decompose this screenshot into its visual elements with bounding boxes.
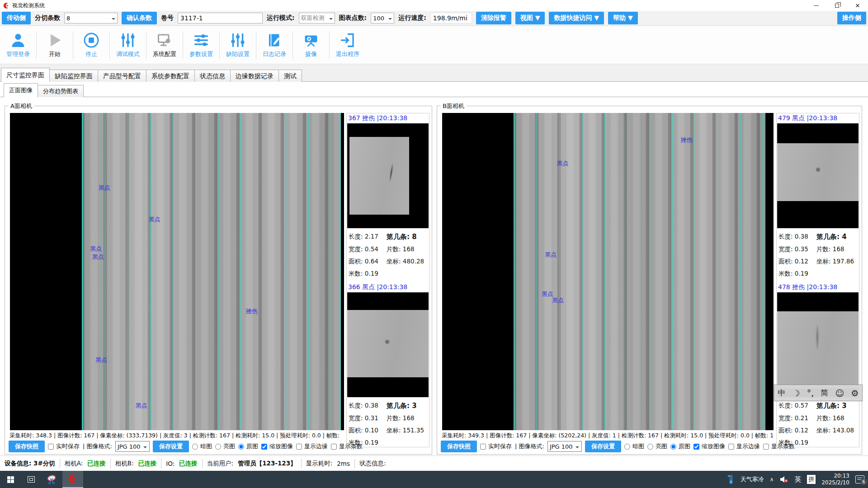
- simplified-mode[interactable]: 简: [821, 388, 828, 398]
- weather-text[interactable]: 天气寒冷: [741, 475, 764, 483]
- camera-a-image[interactable]: 黑点 黑点 黑点 黑点 挫伤 黑点 黑点: [10, 113, 344, 430]
- defect-card[interactable]: 478 挫伤 |20:13:38 长度: 0.57 第几条: 3 宽度: 0.2…: [777, 283, 859, 447]
- windows-logo-icon: [7, 476, 14, 483]
- windows-taskbar: 天气寒冷 ∧ 英 拼 20:13 2025/2/10 6: [0, 471, 868, 488]
- tab-defect-monitor[interactable]: 缺陷监控界面: [49, 70, 98, 82]
- snipping-tool-button[interactable]: [42, 471, 62, 488]
- save-snapshot-button[interactable]: 保存快照: [441, 441, 477, 452]
- start-button[interactable]: 开始: [40, 32, 69, 58]
- clock[interactable]: 20:13 2025/2/10: [821, 473, 849, 486]
- help-menu-button[interactable]: 帮助 ▼: [608, 12, 638, 24]
- original-image-radio[interactable]: 原图: [238, 442, 258, 450]
- emoji-icon[interactable]: ☺: [835, 388, 844, 398]
- app-logo-icon: [3, 2, 9, 9]
- camera-a-defect-panel: 367 挫伤 |20:13:38 长度: 2.17 第几条: 8 宽度: 0.5…: [346, 113, 429, 447]
- volume-muted-icon[interactable]: [779, 476, 788, 483]
- slit-count-select[interactable]: 8: [64, 13, 118, 23]
- confirm-count-button[interactable]: 确认条数: [122, 12, 157, 24]
- defect-card[interactable]: 479 黑点 |20:13:38 长度: 0.38 第几条: 4 宽度: 0.3…: [777, 114, 859, 278]
- sliders-horizontal-icon: [193, 32, 209, 48]
- tab-status-info[interactable]: 状态信息: [194, 70, 231, 82]
- show-edge-checkbox[interactable]: 显示边缘: [296, 442, 328, 450]
- ime-lang-mode[interactable]: 中: [778, 388, 786, 398]
- sliders-vertical-icon: [120, 32, 136, 48]
- show-strips-checkbox[interactable]: 显示条数: [763, 442, 795, 450]
- hidden-icons-chevron[interactable]: ∧: [770, 476, 774, 483]
- debug-mode-button[interactable]: 调试模式: [113, 32, 142, 58]
- subtab-distribution-chart[interactable]: 分布趋势图表: [38, 85, 84, 97]
- tab-product-model-config[interactable]: 产品型号配置: [98, 70, 146, 82]
- window-title: 视觉检测系统: [12, 2, 45, 9]
- defect-card[interactable]: 366 黑点 |20:13:38 长度: 0.38 第几条: 3 宽度: 0.3…: [347, 283, 429, 447]
- exit-icon: [340, 32, 356, 48]
- start-button[interactable]: [0, 471, 21, 488]
- run-speed-value: 198.9m/mi: [430, 13, 472, 23]
- clear-alarm-button[interactable]: 清除报警: [476, 12, 511, 24]
- exit-program-button[interactable]: 退出程序: [333, 32, 362, 58]
- log-record-button[interactable]: 日志记录: [260, 32, 289, 58]
- parameter-settings-button[interactable]: 参数设置: [187, 32, 216, 58]
- vision-app-taskbar-button[interactable]: [62, 471, 83, 488]
- camera-a-controls: 保存快照 实时保存 | 图像格式: JPG 100 保存设置 暗图 亮图 原图 …: [9, 440, 363, 453]
- chevron-down-icon: [112, 18, 115, 22]
- roll-number-label: 卷号: [161, 14, 174, 22]
- display-time-label: 显示耗时:: [306, 460, 333, 468]
- maximize-button[interactable]: [826, 0, 847, 11]
- close-button[interactable]: ✕: [847, 0, 868, 11]
- defect-label: 黑点: [149, 216, 160, 224]
- language-indicator[interactable]: 英: [794, 475, 801, 484]
- gear-icon[interactable]: ⚙: [851, 388, 859, 398]
- tab-size-monitor[interactable]: 尺寸监控界面: [1, 68, 50, 82]
- image-format-select[interactable]: JPG 100: [547, 441, 582, 452]
- chart-points-select[interactable]: 100: [371, 13, 394, 23]
- state-info-label: 状态信息:: [359, 460, 386, 468]
- action-center-icon[interactable]: 6: [855, 475, 864, 483]
- drive-side-button[interactable]: 传动侧: [2, 12, 31, 24]
- tab-test[interactable]: 测试: [278, 70, 302, 82]
- save-snapshot-button[interactable]: 保存快照: [9, 441, 45, 452]
- defect-card[interactable]: 367 挫伤 |20:13:38 长度: 2.17 第几条: 8 宽度: 0.5…: [347, 114, 429, 278]
- chevron-down-icon: [143, 446, 147, 450]
- notification-badge: 6: [860, 479, 867, 485]
- ime-mode-indicator[interactable]: 拼: [807, 475, 816, 484]
- system-config-button[interactable]: 系统配置: [150, 32, 179, 58]
- show-edge-checkbox[interactable]: 显示边缘: [728, 442, 760, 450]
- realtime-save-checkbox[interactable]: 实时保存: [480, 442, 512, 450]
- save-settings-button[interactable]: 保存设置: [585, 441, 621, 452]
- defect-card-header: 478 挫伤 |20:13:38: [777, 283, 859, 292]
- minimize-button[interactable]: [806, 0, 826, 11]
- ime-toolbar[interactable]: 中 ☽ °, 简 ☺ ⚙: [774, 385, 863, 401]
- realtime-save-checkbox[interactable]: 实时保存: [48, 442, 80, 450]
- dark-image-radio[interactable]: 暗图: [624, 442, 644, 450]
- stop-button[interactable]: 停止: [77, 32, 106, 58]
- bright-image-radio[interactable]: 亮图: [215, 442, 235, 450]
- camera-b-image[interactable]: 挫伤 黑点 黑点 黑点 黑点: [442, 113, 774, 430]
- save-settings-button[interactable]: 保存设置: [153, 441, 189, 452]
- original-image-radio[interactable]: 原图: [670, 442, 690, 450]
- journal-pencil-icon: [266, 32, 283, 48]
- tab-edge-data-record[interactable]: 边缘数据记录: [230, 70, 279, 82]
- dark-image-radio[interactable]: 暗图: [192, 442, 212, 450]
- task-view-icon: [28, 476, 35, 483]
- bright-image-radio[interactable]: 亮图: [647, 442, 667, 450]
- tab-system-param-config[interactable]: 系统参数配置: [146, 70, 195, 82]
- show-strips-checkbox[interactable]: 显示条数: [331, 442, 363, 450]
- run-mode-select[interactable]: 双面检测: [299, 13, 335, 23]
- camera-capture-button[interactable]: 摄像: [297, 32, 326, 58]
- camera-icon: [303, 32, 319, 48]
- punctuation-mode-icon[interactable]: °,: [807, 388, 814, 398]
- operator-side-button[interactable]: 操作侧: [837, 12, 866, 24]
- image-format-select[interactable]: JPG 100: [115, 441, 150, 452]
- roll-number-input[interactable]: 3117-1: [178, 13, 263, 23]
- view-menu-button[interactable]: 视图 ▼: [515, 12, 545, 24]
- defect-settings-button[interactable]: 缺陷设置: [223, 32, 252, 58]
- defect-thumbnail: [347, 292, 429, 397]
- data-quick-access-menu-button[interactable]: 数据快捷访问 ▼: [549, 12, 604, 24]
- moon-icon[interactable]: ☽: [793, 388, 800, 398]
- admin-login-button[interactable]: 管理登录: [4, 32, 33, 58]
- defect-thumbnail: [777, 123, 859, 228]
- task-view-button[interactable]: [21, 471, 42, 488]
- zoom-image-checkbox[interactable]: 缩放图像: [693, 442, 725, 450]
- zoom-image-checkbox[interactable]: 缩放图像: [261, 442, 293, 450]
- subtab-front-image[interactable]: 正面图像: [4, 83, 38, 97]
